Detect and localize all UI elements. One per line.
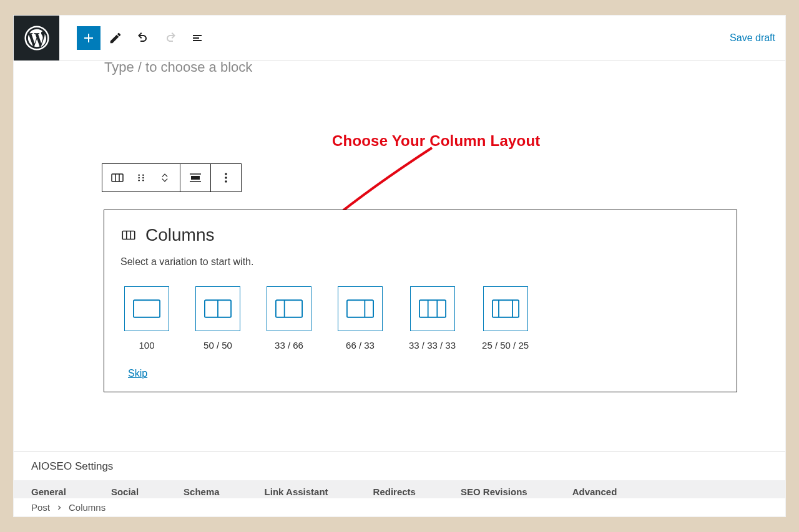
svg-point-14 bbox=[225, 177, 227, 179]
pencil-icon bbox=[109, 31, 122, 45]
svg-rect-29 bbox=[493, 300, 519, 317]
breadcrumb-current: Columns bbox=[69, 502, 105, 513]
aioseo-tab-seo-revisions[interactable]: SEO Revisions bbox=[461, 486, 527, 497]
svg-point-5 bbox=[142, 175, 144, 177]
variation-label: 25 / 50 / 25 bbox=[482, 340, 529, 351]
aioseo-tab-schema[interactable]: Schema bbox=[184, 486, 220, 497]
save-draft-button[interactable]: Save draft bbox=[730, 32, 775, 44]
columns-icon bbox=[120, 227, 137, 243]
columns-title: Columns bbox=[145, 225, 214, 245]
instruction-annotation: Choose Your Column Layout bbox=[332, 132, 540, 150]
redo-button[interactable] bbox=[158, 26, 183, 51]
svg-point-8 bbox=[138, 180, 140, 181]
breadcrumb: Post Columns bbox=[14, 498, 785, 516]
aioseo-tab-link-assistant[interactable]: Link Assistant bbox=[265, 486, 328, 497]
chevron-right-icon bbox=[56, 505, 62, 511]
svg-point-6 bbox=[138, 177, 140, 179]
svg-rect-19 bbox=[134, 300, 160, 317]
variation-label: 100 bbox=[139, 340, 154, 351]
editor-toolbar: Save draft bbox=[14, 16, 785, 60]
variation-33-33-33[interactable]: 33 / 33 / 33 bbox=[409, 286, 456, 351]
variation-label: 33 / 66 bbox=[275, 340, 303, 351]
aioseo-tab-advanced[interactable]: Advanced bbox=[572, 486, 617, 497]
document-overview-button[interactable] bbox=[185, 26, 210, 51]
columns-description: Select a variation to start with. bbox=[120, 256, 720, 268]
variation-label: 50 / 50 bbox=[203, 340, 232, 351]
variation-66-33[interactable]: 66 / 33 bbox=[338, 286, 383, 351]
svg-point-4 bbox=[138, 175, 140, 177]
list-view-icon bbox=[190, 31, 205, 46]
variation-33-66[interactable]: 33 / 66 bbox=[267, 286, 311, 351]
columns-block-icon[interactable] bbox=[110, 170, 125, 185]
svg-point-9 bbox=[142, 180, 144, 181]
layout-33-33-33-icon bbox=[419, 299, 446, 318]
variation-50-50[interactable]: 50 / 50 bbox=[195, 286, 240, 351]
svg-point-13 bbox=[225, 173, 227, 175]
drag-handle-icon[interactable] bbox=[134, 170, 149, 185]
aioseo-panel: AIOSEO Settings General Social Schema Li… bbox=[14, 451, 785, 516]
variation-100[interactable]: 100 bbox=[124, 286, 169, 351]
block-toolbar bbox=[102, 163, 242, 192]
variation-label: 33 / 33 / 33 bbox=[409, 340, 456, 351]
layout-25-50-25-icon bbox=[492, 299, 519, 318]
svg-rect-16 bbox=[122, 231, 135, 239]
svg-rect-1 bbox=[112, 174, 123, 181]
svg-rect-11 bbox=[191, 176, 200, 180]
aioseo-title: AIOSEO Settings bbox=[14, 452, 785, 480]
undo-icon bbox=[135, 31, 150, 46]
variation-label: 66 / 33 bbox=[346, 340, 375, 351]
svg-rect-22 bbox=[276, 300, 302, 317]
layout-66-33-icon bbox=[346, 299, 374, 318]
wordpress-icon bbox=[24, 26, 49, 51]
wordpress-logo[interactable] bbox=[14, 16, 59, 60]
svg-point-15 bbox=[225, 180, 227, 183]
aioseo-tab-social[interactable]: Social bbox=[111, 486, 139, 497]
layout-33-66-icon bbox=[275, 299, 303, 318]
svg-point-7 bbox=[142, 177, 144, 179]
aioseo-tab-redirects[interactable]: Redirects bbox=[373, 486, 416, 497]
skip-link[interactable]: Skip bbox=[128, 368, 147, 379]
add-block-button[interactable] bbox=[77, 26, 100, 50]
aioseo-tab-general[interactable]: General bbox=[31, 486, 66, 497]
layout-100-icon bbox=[133, 299, 160, 318]
svg-rect-24 bbox=[347, 300, 373, 317]
svg-rect-26 bbox=[419, 300, 445, 317]
more-options-button[interactable] bbox=[218, 170, 233, 185]
columns-block-placeholder: Columns Select a variation to start with… bbox=[104, 210, 737, 392]
edit-mode-button[interactable] bbox=[103, 26, 128, 51]
breadcrumb-root[interactable]: Post bbox=[31, 502, 50, 513]
align-button[interactable] bbox=[188, 170, 203, 185]
plus-icon bbox=[81, 31, 96, 46]
variation-25-50-25[interactable]: 25 / 50 / 25 bbox=[482, 286, 529, 351]
layout-50-50-icon bbox=[204, 299, 232, 318]
move-up-down-icon[interactable] bbox=[157, 170, 172, 185]
redo-icon bbox=[163, 31, 178, 46]
block-placeholder-hint: Type / to choose a block bbox=[104, 60, 252, 75]
undo-button[interactable] bbox=[130, 26, 155, 51]
